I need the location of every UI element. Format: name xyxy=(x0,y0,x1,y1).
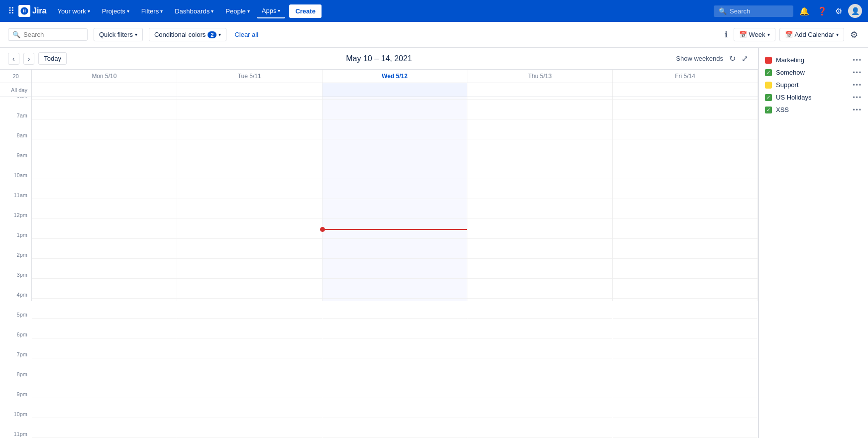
hour-line xyxy=(32,418,177,438)
day-header-mon[interactable]: Mon 5/10 xyxy=(32,70,177,83)
hour-line xyxy=(323,398,467,418)
hour-line xyxy=(613,279,758,299)
add-calendar-button[interactable]: 📅 Add Calendar ▾ xyxy=(779,28,845,41)
hour-line xyxy=(467,299,612,319)
hour-line xyxy=(467,239,612,259)
hour-line xyxy=(467,398,612,418)
nav-dashboards[interactable]: Dashboards ▾ xyxy=(170,4,218,18)
time-label-6pm: 6pm xyxy=(0,319,31,338)
conditional-colors-button[interactable]: Conditional colors 2 ▾ xyxy=(149,28,226,41)
dashboards-chevron: ▾ xyxy=(211,8,214,14)
notifications-icon[interactable]: 🔔 xyxy=(797,4,811,18)
sidebar-calendar-xss[interactable]: ✓XSS••• xyxy=(759,104,868,116)
week-view-selector[interactable]: 📅 Week ▾ xyxy=(734,28,775,41)
toolbar-search-box[interactable]: 🔍 xyxy=(8,28,88,41)
calendar-nav-row: ‹ › Today May 10 – 14, 2021 Show weekend… xyxy=(0,48,758,70)
col-mon[interactable] xyxy=(32,97,177,301)
col-thu[interactable] xyxy=(467,97,613,301)
sidebar-calendar-support[interactable]: Support••• xyxy=(759,79,868,91)
allday-label: All day xyxy=(0,83,32,97)
global-search[interactable]: 🔍 Search xyxy=(714,5,793,17)
search-input[interactable] xyxy=(23,31,83,38)
col-fri[interactable] xyxy=(613,97,758,301)
current-time-dot xyxy=(320,227,325,232)
col-wed[interactable] xyxy=(323,97,468,301)
hour-line xyxy=(177,219,322,239)
calendar-more-icon[interactable]: ••• xyxy=(853,82,862,89)
time-grid[interactable]: 12am1am2am3am4am5am6am7am8am9am10am11am1… xyxy=(0,97,758,438)
hour-line xyxy=(32,119,177,139)
hour-line xyxy=(613,239,758,259)
hour-line xyxy=(177,319,322,338)
calendar-more-icon[interactable]: ••• xyxy=(853,107,862,113)
allday-wed[interactable] xyxy=(323,83,468,97)
time-label-4pm: 4pm xyxy=(0,279,31,299)
search-icon: 🔍 xyxy=(719,7,727,15)
create-button[interactable]: Create xyxy=(289,4,321,18)
calendar-name: Support xyxy=(776,81,849,89)
allday-thu[interactable] xyxy=(467,83,613,97)
sidebar-calendar-us-holidays[interactable]: ✓US Holidays••• xyxy=(759,91,868,104)
prev-week-button[interactable]: ‹ xyxy=(8,53,19,65)
refresh-button[interactable]: ↻ xyxy=(727,52,738,65)
calendar-more-icon[interactable]: ••• xyxy=(853,94,862,101)
calendar-container: ‹ › Today May 10 – 14, 2021 Show weekend… xyxy=(0,48,868,438)
time-label-9am: 9am xyxy=(0,139,31,159)
time-label-9pm: 9pm xyxy=(0,378,31,398)
allday-mon[interactable] xyxy=(32,83,177,97)
hour-line xyxy=(323,199,467,219)
sidebar-calendar-marketing[interactable]: Marketing••• xyxy=(759,54,868,66)
hour-line xyxy=(32,179,177,199)
nav-your-work[interactable]: Your work ▾ xyxy=(52,4,95,18)
hour-line xyxy=(177,199,322,219)
clear-all-button[interactable]: Clear all xyxy=(234,31,258,38)
calendar-more-icon[interactable]: ••• xyxy=(853,69,862,76)
hour-line xyxy=(467,219,612,239)
col-tue[interactable] xyxy=(177,97,323,301)
nav-projects[interactable]: Projects ▾ xyxy=(97,4,134,18)
hour-line xyxy=(177,279,322,299)
week-number: 20 xyxy=(0,70,32,83)
calendar-sidebar: Marketing•••✓Somehow•••Support•••✓US Hol… xyxy=(759,48,868,438)
jira-logo-icon xyxy=(18,5,30,17)
day-header-tue[interactable]: Tue 5/11 xyxy=(177,70,323,83)
toolbar-right: ℹ 📅 Week ▾ 📅 Add Calendar ▾ ⚙ xyxy=(723,27,861,42)
hour-line xyxy=(32,338,177,358)
quick-filters-button[interactable]: Quick filters ▾ xyxy=(94,28,143,41)
expand-button[interactable]: ⤢ xyxy=(740,52,750,65)
time-label-7am: 7am xyxy=(0,100,31,119)
nav-people[interactable]: People ▾ xyxy=(220,4,254,18)
day-header-wed[interactable]: Wed 5/12 xyxy=(323,70,468,83)
day-header-fri[interactable]: Fri 5/14 xyxy=(613,70,758,83)
hour-line xyxy=(32,199,177,219)
nav-apps[interactable]: Apps ▾ xyxy=(257,4,286,18)
avatar[interactable]: 👤 xyxy=(848,4,862,18)
settings-icon[interactable]: ⚙ xyxy=(833,4,844,18)
calendar-color-dot xyxy=(765,57,772,64)
calendar-settings-button[interactable]: ⚙ xyxy=(848,27,860,42)
calendar-more-icon[interactable]: ••• xyxy=(853,57,862,64)
info-button[interactable]: ℹ xyxy=(723,28,730,41)
hour-line xyxy=(32,299,177,319)
calendar-checkbox[interactable]: ✓ xyxy=(765,94,772,101)
calendar-main: ‹ › Today May 10 – 14, 2021 Show weekend… xyxy=(0,48,759,438)
calendar-checkbox[interactable]: ✓ xyxy=(765,107,772,113)
jira-logo[interactable]: Jira xyxy=(18,5,46,17)
grid-icon[interactable]: ⠿ xyxy=(6,3,16,18)
today-button[interactable]: Today xyxy=(38,52,67,65)
conditional-colors-badge: 2 xyxy=(208,31,217,38)
calendar-checkbox[interactable]: ✓ xyxy=(765,69,772,76)
calendar-toolbar: 🔍 Quick filters ▾ Conditional colors 2 ▾… xyxy=(0,22,868,48)
hour-line xyxy=(323,119,467,139)
next-week-button[interactable]: › xyxy=(23,53,35,65)
show-weekends-toggle[interactable]: Show weekends xyxy=(676,55,723,62)
hour-line xyxy=(613,259,758,279)
calendar-color-dot xyxy=(765,82,772,89)
allday-row: All day xyxy=(0,83,758,97)
sidebar-calendar-somehow[interactable]: ✓Somehow••• xyxy=(759,66,868,79)
nav-filters[interactable]: Filters ▾ xyxy=(136,4,168,18)
day-header-thu[interactable]: Thu 5/13 xyxy=(467,70,613,83)
allday-tue[interactable] xyxy=(177,83,323,97)
allday-fri[interactable] xyxy=(613,83,758,97)
help-icon[interactable]: ❓ xyxy=(815,4,829,18)
